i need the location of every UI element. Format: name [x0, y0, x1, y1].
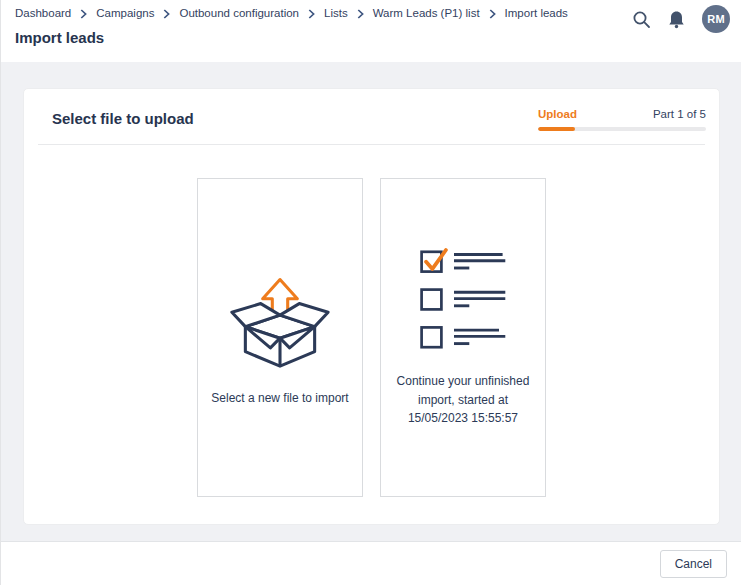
progress-fill — [538, 127, 575, 131]
import-options: Select a new file to import — [24, 178, 719, 497]
panel-header: Select file to upload Upload Part 1 of 5 — [24, 89, 719, 131]
option-new-import-card[interactable]: Select a new file to import — [197, 178, 363, 497]
option-continue-import-label: Continue your unfinished import, started… — [397, 372, 530, 428]
search-icon[interactable] — [632, 10, 651, 29]
page-title: Import leads — [15, 29, 727, 46]
option-new-import-label: Select a new file to import — [211, 389, 348, 408]
box-upload-icon — [226, 267, 334, 373]
breadcrumb-chevron-icon — [489, 9, 496, 19]
main-content: Select file to upload Upload Part 1 of 5 — [1, 62, 741, 541]
breadcrumb-chevron-icon — [308, 9, 315, 19]
cancel-button[interactable]: Cancel — [660, 550, 727, 578]
option-continue-import-line: 15/05/2023 15:55:57 — [397, 409, 530, 428]
breadcrumb-item-lists[interactable]: Lists — [324, 7, 348, 19]
breadcrumb-item-campaigns[interactable]: Campaigns — [96, 7, 154, 19]
option-continue-import-line: Continue your unfinished — [397, 372, 530, 391]
bell-icon[interactable] — [668, 10, 685, 29]
option-continue-import-card[interactable]: Continue your unfinished import, started… — [380, 178, 546, 497]
progress-track — [538, 127, 706, 131]
upload-panel: Select file to upload Upload Part 1 of 5 — [23, 88, 720, 525]
breadcrumb-chevron-icon — [357, 9, 364, 19]
header: Dashboard Campaigns Outbound configurati… — [1, 0, 741, 62]
panel-title: Select file to upload — [52, 105, 194, 127]
wizard-progress: Upload Part 1 of 5 — [538, 105, 706, 131]
divider — [38, 144, 705, 145]
breadcrumb-item-import-leads: Import leads — [505, 7, 568, 19]
avatar[interactable]: RM — [702, 5, 730, 33]
checklist-icon — [418, 247, 508, 356]
topbar-actions: RM — [632, 5, 730, 33]
breadcrumb: Dashboard Campaigns Outbound configurati… — [15, 7, 727, 19]
breadcrumb-item-outbound-configuration[interactable]: Outbound configuration — [179, 7, 299, 19]
progress-part-label: Part 1 of 5 — [653, 108, 706, 120]
breadcrumb-chevron-icon — [163, 9, 170, 19]
breadcrumb-chevron-icon — [80, 9, 87, 19]
breadcrumb-item-dashboard[interactable]: Dashboard — [15, 7, 71, 19]
footer: Cancel — [1, 541, 741, 585]
option-continue-import-line: import, started at — [397, 391, 530, 410]
progress-step-label: Upload — [538, 108, 577, 120]
breadcrumb-item-warm-leads-list[interactable]: Warm Leads (P1) list — [373, 7, 480, 19]
progress-labels: Upload Part 1 of 5 — [538, 108, 706, 120]
